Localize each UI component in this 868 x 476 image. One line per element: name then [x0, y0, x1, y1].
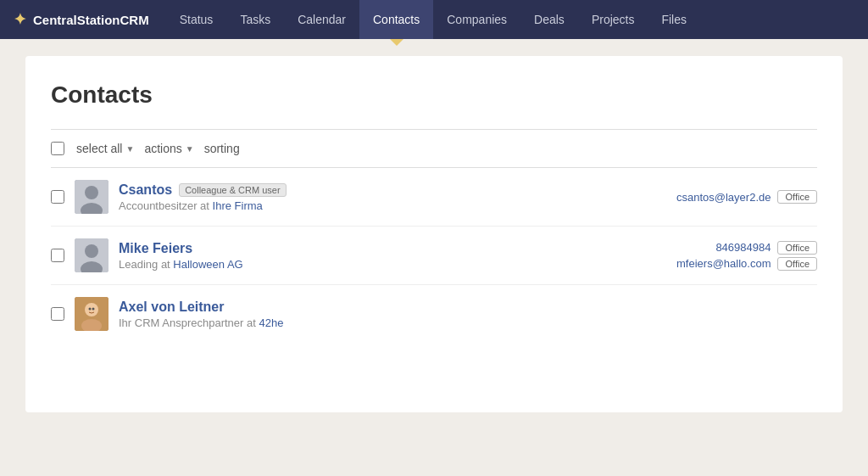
- nav-link-projects[interactable]: Projects: [578, 0, 648, 39]
- select-all-button[interactable]: select all ▼: [71, 138, 139, 159]
- contact-row: Axel von LeitnerIhr CRM Ansprechpartner …: [51, 285, 817, 343]
- email-tag: Office: [777, 257, 817, 271]
- contact-checkbox[interactable]: [51, 249, 64, 262]
- contact-subtitle: Ihr CRM Ansprechpartner at 42he: [119, 316, 637, 329]
- nav-link-deals[interactable]: Deals: [520, 0, 578, 39]
- contact-company-link[interactable]: 42he: [259, 316, 283, 329]
- main-nav: ✦ CentralStationCRM StatusTasksCalendarC…: [0, 0, 868, 39]
- page-title: Contacts: [51, 81, 817, 109]
- actions-button[interactable]: actions ▼: [139, 138, 198, 159]
- avatar: [75, 180, 108, 214]
- contact-email[interactable]: csantos@layer2.de: [676, 191, 771, 204]
- nav-link-calendar[interactable]: Calendar: [284, 0, 359, 39]
- content-card: Contacts select all ▼ actions ▼ sorting …: [25, 56, 843, 412]
- svg-point-1: [85, 186, 98, 199]
- actions-label: actions: [144, 142, 181, 155]
- nav-link-status[interactable]: Status: [166, 0, 227, 39]
- email-tag: Office: [777, 190, 817, 204]
- select-all-arrow: ▼: [125, 144, 134, 154]
- select-all-checkbox[interactable]: [51, 142, 64, 155]
- nav-link-tasks[interactable]: Tasks: [226, 0, 284, 39]
- svg-point-7: [85, 303, 98, 316]
- contact-badge: Colleague & CRM user: [179, 183, 287, 197]
- contact-email[interactable]: mfeiers@hallo.com: [676, 257, 771, 270]
- phone-tag: Office: [777, 241, 817, 255]
- logo[interactable]: ✦ CentralStationCRM: [14, 10, 149, 29]
- contact-company-link[interactable]: Halloween AG: [173, 258, 242, 271]
- contact-row: CsantosColleague & CRM userAccountbesitz…: [51, 168, 817, 227]
- logo-text: CentralStationCRM: [33, 13, 149, 27]
- contact-meta: 846984984Officemfeiers@hallo.comOffice: [648, 241, 817, 271]
- contact-subtitle: Accountbesitzer at Ihre Firma: [119, 199, 637, 212]
- svg-point-10: [92, 308, 95, 311]
- nav-link-contacts[interactable]: Contacts: [359, 0, 433, 39]
- contact-row: Mike FeiersLeading at Halloween AG846984…: [51, 227, 817, 285]
- sorting-label: sorting: [204, 142, 240, 155]
- contact-checkbox[interactable]: [51, 190, 64, 204]
- logo-icon: ✦: [14, 10, 26, 29]
- contact-subtitle: Leading at Halloween AG: [119, 258, 637, 271]
- contact-checkbox[interactable]: [51, 307, 64, 321]
- contact-name[interactable]: Axel von Leitner: [119, 300, 224, 315]
- contact-name[interactable]: Csantos: [119, 182, 172, 198]
- contact-list: CsantosColleague & CRM userAccountbesitz…: [51, 168, 817, 343]
- contact-info: CsantosColleague & CRM userAccountbesitz…: [119, 182, 637, 212]
- actions-arrow: ▼: [186, 144, 194, 154]
- select-all-label: select all: [76, 142, 122, 155]
- avatar: [75, 297, 108, 331]
- contact-name[interactable]: Mike Feiers: [119, 241, 192, 256]
- nav-links: StatusTasksCalendarContactsCompaniesDeal…: [166, 0, 854, 39]
- main-content: Contacts select all ▼ actions ▼ sorting …: [0, 39, 868, 429]
- avatar: [75, 238, 108, 272]
- toolbar: select all ▼ actions ▼ sorting: [51, 129, 817, 168]
- nav-link-files[interactable]: Files: [648, 0, 700, 39]
- svg-point-9: [89, 308, 92, 311]
- sorting-button[interactable]: sorting: [199, 138, 245, 159]
- contact-company-link[interactable]: Ihre Firma: [213, 199, 263, 212]
- contact-phone[interactable]: 846984984: [715, 241, 771, 254]
- contact-meta: csantos@layer2.deOffice: [648, 190, 817, 204]
- contact-info: Mike FeiersLeading at Halloween AG: [119, 241, 637, 271]
- contact-info: Axel von LeitnerIhr CRM Ansprechpartner …: [119, 300, 637, 329]
- svg-point-4: [85, 244, 98, 258]
- nav-link-companies[interactable]: Companies: [433, 0, 520, 39]
